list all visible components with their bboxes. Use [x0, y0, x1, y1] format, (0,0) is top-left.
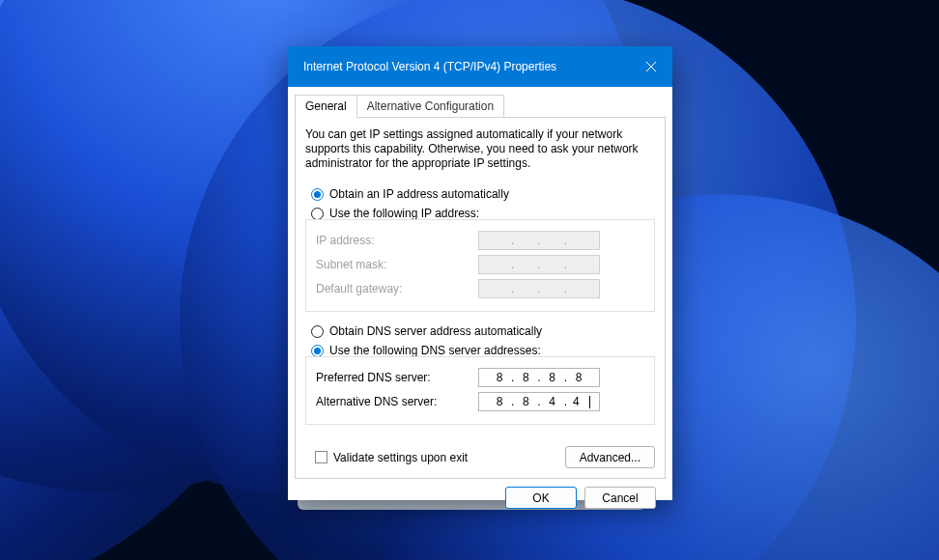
- text-cursor: [589, 396, 590, 408]
- field-preferred-dns: Preferred DNS server: 8.8.8.8: [316, 368, 644, 387]
- field-alternative-dns: Alternative DNS server: 8.8.4.4: [316, 392, 644, 411]
- alternative-dns-label: Alternative DNS server:: [316, 395, 478, 408]
- tabstrip: General Alternative Configuration: [295, 95, 666, 118]
- alternative-dns-input[interactable]: 8.8.4.4: [478, 392, 600, 411]
- radio-icon: [311, 208, 324, 220]
- field-ip-address: IP address: ...: [316, 231, 644, 250]
- radio-icon: [311, 325, 324, 338]
- radio-obtain-ip-auto[interactable]: Obtain an IP address automatically: [311, 187, 655, 201]
- radio-obtain-dns-auto[interactable]: Obtain DNS server address automatically: [311, 324, 655, 338]
- default-gateway-input: ...: [478, 279, 600, 298]
- field-default-gateway: Default gateway: ...: [316, 279, 644, 298]
- preferred-dns-input[interactable]: 8.8.8.8: [478, 368, 600, 387]
- ip-address-label: IP address:: [316, 234, 478, 247]
- dialog-footer: OK Cancel: [295, 479, 666, 509]
- validate-checkbox[interactable]: [315, 451, 327, 463]
- tab-panel-general: You can get IP settings assigned automat…: [295, 117, 666, 479]
- tab-alternative-configuration[interactable]: Alternative Configuration: [356, 95, 504, 118]
- validate-label: Validate settings upon exit: [333, 451, 468, 464]
- radio-use-following-ip[interactable]: Use the following IP address:: [311, 207, 655, 220]
- radio-icon: [311, 188, 324, 201]
- tab-general[interactable]: General: [295, 95, 357, 118]
- titlebar: Internet Protocol Version 4 (TCP/IPv4) P…: [288, 46, 672, 87]
- subnet-mask-input: ...: [478, 255, 600, 274]
- radio-use-following-dns[interactable]: Use the following DNS server addresses:: [311, 344, 655, 357]
- default-gateway-label: Default gateway:: [316, 282, 478, 295]
- radio-label: Use the following DNS server addresses:: [329, 344, 541, 357]
- ipv4-properties-dialog: Internet Protocol Version 4 (TCP/IPv4) P…: [288, 46, 672, 500]
- ip-address-input: ...: [478, 231, 600, 250]
- preferred-dns-label: Preferred DNS server:: [316, 371, 478, 384]
- field-subnet-mask: Subnet mask: ...: [316, 255, 644, 274]
- advanced-button[interactable]: Advanced...: [565, 446, 655, 468]
- dialog-title: Internet Protocol Version 4 (TCP/IPv4) P…: [303, 60, 630, 73]
- ok-button[interactable]: OK: [505, 487, 577, 509]
- dns-server-group: Preferred DNS server: 8.8.8.8 Alternativ…: [305, 356, 655, 425]
- radio-icon: [311, 345, 324, 357]
- bottom-options-row: Validate settings upon exit Advanced...: [305, 446, 655, 468]
- cancel-button[interactable]: Cancel: [584, 487, 656, 509]
- subnet-mask-label: Subnet mask:: [316, 258, 478, 271]
- close-button[interactable]: [630, 46, 672, 87]
- radio-label: Obtain an IP address automatically: [329, 187, 509, 201]
- description-text: You can get IP settings assigned automat…: [305, 127, 655, 171]
- dialog-client-area: General Alternative Configuration You ca…: [288, 87, 672, 518]
- ip-address-group: IP address: ... Subnet mask: ... Default…: [305, 219, 655, 312]
- close-icon: [645, 61, 657, 72]
- radio-label: Use the following IP address:: [329, 207, 479, 220]
- radio-label: Obtain DNS server address automatically: [329, 324, 542, 338]
